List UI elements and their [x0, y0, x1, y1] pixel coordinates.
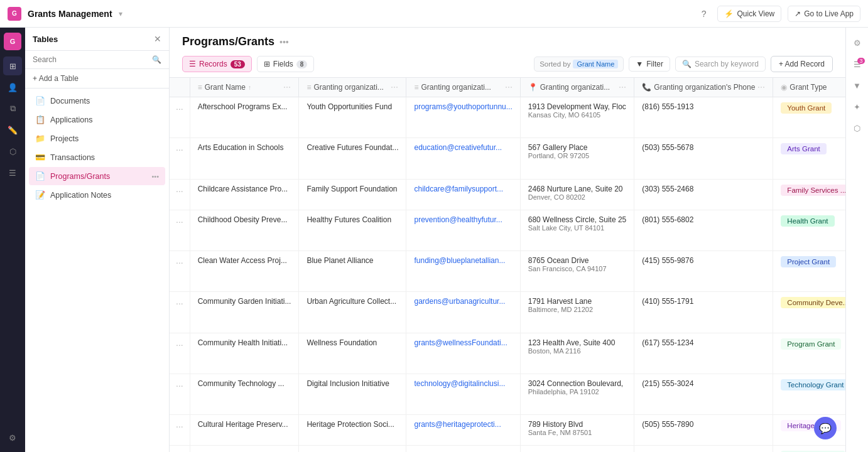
- cell-org-name: Heritage Protection Soci...: [299, 415, 406, 446]
- nav-icon-list[interactable]: ☰: [3, 163, 22, 182]
- sidebar-close-icon[interactable]: ✕: [154, 34, 161, 44]
- right-panel-filter-icon[interactable]: ▼: [849, 77, 866, 94]
- records-button[interactable]: ☰ Records 53: [182, 56, 252, 72]
- col-more-icon3[interactable]: ⋯: [505, 83, 513, 92]
- cell-org-phone: (215) 555-3024: [634, 374, 773, 414]
- toolbar: ☰ Records 53 ⊞ Fields 8 Sorted by Grant …: [170, 52, 845, 78]
- sidebar-search-icon: 🔍: [152, 55, 161, 64]
- table-row: ··· Community Health Initiati... Wellnes…: [170, 333, 845, 374]
- cell-org-phone: (617) 555-1234: [634, 333, 773, 374]
- fields-icon: ⊞: [264, 60, 270, 68]
- col-org-address[interactable]: 📍 Granting organizati... ⋯: [520, 78, 634, 97]
- cell-org-address: 1913 Development Way, Floc Kansas City, …: [520, 97, 634, 138]
- cell-org-address: 567 Gallery Place Portland, OR 97205: [520, 138, 634, 179]
- org-email-col-icon: ≡: [414, 83, 418, 92]
- programs-grants-more-icon[interactable]: •••: [151, 173, 159, 180]
- programs-grants-icon: 📄: [35, 171, 45, 181]
- cell-grant-name: Afterschool Programs Ex...: [190, 97, 299, 138]
- row-dots[interactable]: ···: [170, 333, 190, 374]
- nav-icon-grid[interactable]: ⊞: [3, 56, 22, 75]
- sort-chip[interactable]: Sorted by Grant Name: [534, 56, 624, 72]
- cell-org-email: gardens@urbanagricultur...: [406, 292, 520, 333]
- table-row: ··· Arts Education in Schools Creative F…: [170, 138, 845, 179]
- sidebar-item-transactions[interactable]: 💳 Transactions: [29, 148, 165, 166]
- cell-org-name: Creative Futures Foundat...: [299, 138, 406, 179]
- add-record-button[interactable]: + Add Record: [771, 56, 833, 72]
- cell-grant-name: Community Health Initiati...: [190, 333, 299, 374]
- nav-icon-layers[interactable]: ⧉: [3, 99, 22, 118]
- fields-button[interactable]: ⊞ Fields 8: [257, 56, 315, 72]
- cell-org-name: Youth Opportunities Fund: [299, 97, 406, 138]
- filter-button[interactable]: ▼ Filter: [629, 56, 670, 72]
- records-icon: ☰: [189, 60, 196, 68]
- add-table-button[interactable]: + Add a Table: [25, 69, 169, 89]
- col-more-icon2[interactable]: ⋯: [391, 83, 398, 92]
- sidebar-search-input[interactable]: [33, 55, 148, 64]
- sidebar-title: Tables: [33, 35, 58, 44]
- cell-grant-name: Clean Water Access Proj...: [190, 251, 299, 292]
- cell-grant-type: Arts Grant: [773, 138, 845, 179]
- nav-icon-settings[interactable]: ⚙: [3, 428, 22, 447]
- nav-rail: G ⊞ 👤 ⧉ ✏️ ⬡ ☰ ⚙: [0, 28, 25, 452]
- col-grant-type[interactable]: ◉ Grant Type ⋯: [773, 78, 845, 97]
- cell-grant-name: Community Technology ...: [190, 374, 299, 414]
- right-panel-star-icon[interactable]: ✦: [849, 98, 866, 116]
- col-org-email[interactable]: ≡ Granting organizati... ⋯: [406, 78, 520, 97]
- nav-icon-users[interactable]: 👤: [3, 78, 22, 97]
- cell-grant-name: Community Garden Initiati...: [190, 292, 299, 333]
- cell-grant-type: Health Grant: [773, 210, 845, 250]
- col-grant-name[interactable]: ≡ Grant Name ↑ ⋯: [190, 78, 299, 97]
- col-org-name[interactable]: ≡ Granting organizati... ⋯: [299, 78, 406, 97]
- sort-value: Grant Name: [573, 60, 618, 68]
- cell-org-address: 2468 Nurture Lane, Suite 20 Denver, CO 8…: [520, 179, 634, 210]
- col-more-icon[interactable]: ⋯: [283, 83, 291, 92]
- row-dots[interactable]: ···: [170, 138, 190, 179]
- right-panel: ⚙ ☰ 3 ▼ ✦ ⬡: [845, 28, 868, 452]
- page-more-icon[interactable]: •••: [279, 37, 289, 47]
- cell-org-phone: (850) 555-1246: [634, 446, 773, 452]
- col-more-icon4[interactable]: ⋯: [619, 83, 626, 92]
- row-dots[interactable]: ···: [170, 179, 190, 210]
- cell-org-email: grants@heritageprotecti...: [406, 415, 520, 446]
- col-more-icon5[interactable]: ⋯: [757, 83, 765, 92]
- row-dots[interactable]: ···: [170, 210, 190, 250]
- col-org-phone[interactable]: 📞 Granting organization's Phone ⋯: [634, 78, 773, 97]
- sidebar-item-applications[interactable]: 📋 Applications: [29, 110, 165, 129]
- cell-org-phone: (303) 555-2468: [634, 179, 773, 210]
- sidebar-item-application-notes[interactable]: 📝 Application Notes: [29, 186, 165, 204]
- cell-grant-name: Childcare Assistance Pro...: [190, 179, 299, 210]
- row-dots[interactable]: ···: [170, 374, 190, 414]
- search-keyword-input[interactable]: 🔍 Search by keyword: [675, 56, 766, 72]
- sorted-by-label: Sorted by: [540, 60, 570, 68]
- nav-icon-connect[interactable]: ⬡: [3, 142, 22, 161]
- help-button[interactable]: ?: [697, 6, 712, 21]
- nav-logo[interactable]: G: [4, 33, 21, 50]
- col-dots: [170, 78, 190, 97]
- right-panel-settings-icon[interactable]: ⚙: [849, 34, 866, 51]
- sidebar: Tables ✕ 🔍 + Add a Table 📄 Documents 📋 A…: [25, 28, 170, 452]
- page-header: Programs/Grants •••: [170, 28, 845, 52]
- quick-view-button[interactable]: ⚡ Quick View: [717, 6, 781, 22]
- right-panel-share-icon[interactable]: ⬡: [849, 119, 866, 137]
- cell-org-address: 8765 Ocean Drive San Francisco, CA 94107: [520, 251, 634, 292]
- row-dots[interactable]: ···: [170, 446, 190, 452]
- go-to-live-button[interactable]: ↗ Go to Live App: [788, 6, 860, 22]
- cell-org-email: programs@technologyac...: [406, 446, 520, 452]
- chat-bubble[interactable]: 💬: [814, 417, 837, 439]
- table-row: ··· Afterschool Programs Ex... Youth Opp…: [170, 97, 845, 138]
- row-dots[interactable]: ···: [170, 415, 190, 446]
- cell-org-name: Urban Agriculture Collect...: [299, 292, 406, 333]
- nav-icon-edit[interactable]: ✏️: [3, 121, 22, 139]
- external-link-icon: ↗: [795, 9, 801, 18]
- sidebar-item-projects[interactable]: 📁 Projects: [29, 129, 165, 148]
- row-dots[interactable]: ···: [170, 97, 190, 138]
- sidebar-item-documents[interactable]: 📄 Documents: [29, 92, 165, 110]
- sidebar-item-programs-grants[interactable]: 📄 Programs/Grants •••: [29, 167, 165, 185]
- row-dots[interactable]: ···: [170, 292, 190, 333]
- table-row: ··· Community Garden Initiati... Urban A…: [170, 292, 845, 333]
- cell-org-phone: (816) 555-1913: [634, 97, 773, 138]
- right-panel-list-icon[interactable]: ☰ 3: [849, 55, 866, 73]
- table-row: ··· Community Technology ... Digital Inc…: [170, 374, 845, 414]
- table-row: ··· Digital Literacy for Seniors Technol…: [170, 446, 845, 452]
- row-dots[interactable]: ···: [170, 251, 190, 292]
